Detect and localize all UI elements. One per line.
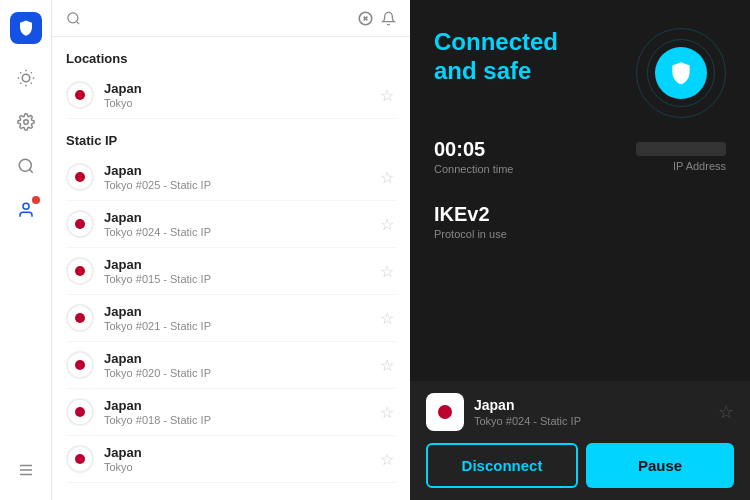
list-item[interactable]: Japan Tokyo #021 - Static IP ☆ xyxy=(66,295,396,342)
location-country: Japan xyxy=(104,163,368,178)
svg-point-0 xyxy=(22,74,30,82)
svg-point-9 xyxy=(23,120,28,125)
connection-timer: 00:05 xyxy=(434,138,514,161)
sidebar xyxy=(0,0,52,500)
disconnect-button[interactable]: Disconnect xyxy=(426,443,578,488)
favorite-button[interactable]: ☆ xyxy=(378,448,396,471)
selected-favorite-button[interactable]: ☆ xyxy=(718,401,734,423)
list-item[interactable]: Japan Tokyo #025 - Static IP ☆ xyxy=(66,154,396,201)
location-country: Japan xyxy=(104,445,368,460)
svg-point-10 xyxy=(19,159,31,171)
search-input[interactable]: japan xyxy=(89,10,350,26)
japan-flag-icon xyxy=(66,351,94,379)
list-item[interactable]: Japan Tokyo ☆ xyxy=(66,436,396,483)
japan-flag-icon xyxy=(66,210,94,238)
svg-point-12 xyxy=(23,203,29,209)
connection-status: Connected and safe xyxy=(434,28,558,86)
location-city: Tokyo #015 - Static IP xyxy=(104,273,368,285)
location-country: Japan xyxy=(104,351,368,366)
sidebar-item-settings[interactable] xyxy=(8,104,44,140)
location-city: Tokyo xyxy=(104,461,368,473)
location-country: Japan xyxy=(104,304,368,319)
clear-search-button[interactable] xyxy=(358,11,373,26)
japan-flag-icon xyxy=(66,398,94,426)
favorite-button[interactable]: ☆ xyxy=(378,401,396,424)
location-country: Japan xyxy=(104,398,368,413)
status-text-line1: Connected xyxy=(434,28,558,57)
shield-circle xyxy=(655,47,707,99)
selected-country-flag xyxy=(426,393,464,431)
search-icon xyxy=(66,11,81,26)
list-item[interactable]: Japan Tokyo #024 - Static IP ☆ xyxy=(66,201,396,248)
action-buttons: Disconnect Pause xyxy=(426,443,734,488)
app-logo xyxy=(10,12,42,44)
search-bar: japan xyxy=(52,0,410,37)
account-badge xyxy=(32,196,40,204)
sidebar-item-search[interactable] xyxy=(8,148,44,184)
status-text-line2: and safe xyxy=(434,57,558,86)
ip-address-bar xyxy=(636,142,726,156)
timer-ip-row: 00:05 Connection time IP Address xyxy=(434,138,726,191)
list-item[interactable]: Japan Tokyo ☆ xyxy=(66,72,396,119)
location-city: Tokyo #021 - Static IP xyxy=(104,320,368,332)
left-panel: japan Locations Japan Tokyo ☆ Static IP xyxy=(52,0,410,500)
favorite-button[interactable]: ☆ xyxy=(378,260,396,283)
location-city: Tokyo #020 - Static IP xyxy=(104,367,368,379)
timer-label: Connection time xyxy=(434,163,514,175)
shield-animation xyxy=(636,28,726,118)
list-item[interactable]: Japan Tokyo #015 - Static IP ☆ xyxy=(66,248,396,295)
japan-flag-icon xyxy=(66,163,94,191)
sidebar-item-account[interactable] xyxy=(8,192,44,228)
list-item[interactable]: Japan Tokyo #020 - Static IP ☆ xyxy=(66,342,396,389)
location-city: Tokyo #025 - Static IP xyxy=(104,179,368,191)
pause-button[interactable]: Pause xyxy=(586,443,734,488)
svg-line-11 xyxy=(29,169,32,172)
protocol-block: IKEv2 Protocol in use xyxy=(434,203,726,240)
connection-area: Connected and safe 00:05 Connection time xyxy=(410,0,750,381)
locations-section-title: Locations xyxy=(66,37,396,72)
bottom-section: Japan Tokyo #024 - Static IP ☆ Disconnec… xyxy=(410,381,750,500)
svg-line-7 xyxy=(20,83,21,84)
svg-line-3 xyxy=(20,72,21,73)
protocol-value: IKEv2 xyxy=(434,203,726,226)
locations-list: Locations Japan Tokyo ☆ Static IP Japan … xyxy=(52,37,410,500)
location-city: Tokyo #024 - Static IP xyxy=(104,226,368,238)
protocol-label: Protocol in use xyxy=(434,228,726,240)
svg-line-4 xyxy=(30,83,31,84)
ip-label: IP Address xyxy=(673,160,726,172)
selected-city-name: Tokyo #024 - Static IP xyxy=(474,415,708,427)
right-panel: Connected and safe 00:05 Connection time xyxy=(410,0,750,500)
notifications-button[interactable] xyxy=(381,11,396,26)
japan-flag-icon xyxy=(66,81,94,109)
status-row: Connected and safe xyxy=(434,28,726,118)
connection-stats: 00:05 Connection time IP Address IKEv2 P… xyxy=(434,138,726,256)
favorite-button[interactable]: ☆ xyxy=(378,213,396,236)
sidebar-item-preferences[interactable] xyxy=(8,452,44,488)
location-city: Tokyo xyxy=(104,97,368,109)
favorite-button[interactable]: ☆ xyxy=(378,307,396,330)
japan-flag-icon xyxy=(66,304,94,332)
location-country: Japan xyxy=(104,257,368,272)
static-ip-section-title: Static IP xyxy=(66,119,396,154)
location-country: Japan xyxy=(104,210,368,225)
sidebar-item-appearance[interactable] xyxy=(8,60,44,96)
favorite-button[interactable]: ☆ xyxy=(378,166,396,189)
location-city: Tokyo #018 - Static IP xyxy=(104,414,368,426)
favorite-button[interactable]: ☆ xyxy=(378,354,396,377)
list-item[interactable]: Japan Tokyo #018 - Static IP ☆ xyxy=(66,389,396,436)
selected-location: Japan Tokyo #024 - Static IP ☆ xyxy=(426,393,734,431)
japan-flag-icon xyxy=(66,257,94,285)
svg-line-17 xyxy=(76,21,79,24)
japan-flag-icon xyxy=(66,445,94,473)
ip-block: IP Address xyxy=(636,142,726,172)
svg-line-8 xyxy=(30,72,31,73)
favorite-button[interactable]: ☆ xyxy=(378,84,396,107)
svg-point-16 xyxy=(68,12,78,22)
location-country: Japan xyxy=(104,81,368,96)
timer-block: 00:05 Connection time xyxy=(434,138,514,175)
selected-country-name: Japan xyxy=(474,397,708,413)
